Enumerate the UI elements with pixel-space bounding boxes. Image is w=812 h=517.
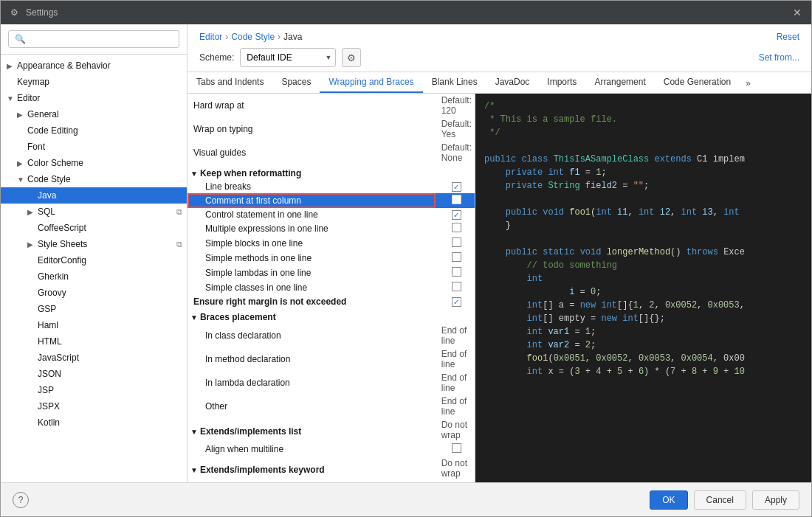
- table-row: Wrap on typing Default: Yes: [187, 117, 475, 141]
- expand-icon: ▶: [27, 208, 38, 216]
- setting-label: Multiple expressions in one line: [187, 221, 436, 236]
- multiple-expr-checkbox[interactable]: [452, 223, 461, 232]
- collapse-icon: ▼: [190, 170, 198, 178]
- sidebar-item-html[interactable]: HTML: [1, 333, 187, 350]
- table-row: Line breaks: [187, 180, 475, 193]
- control-stmt-checkbox[interactable]: [452, 210, 461, 220]
- align-multiline-extends-checkbox[interactable]: [452, 443, 461, 453]
- code-line: public static void longerMethod() throws…: [484, 246, 802, 259]
- sidebar-item-code-style[interactable]: ▼ Code Style: [1, 171, 187, 187]
- sidebar-item-editor[interactable]: ▼ Editor: [1, 90, 187, 106]
- section-header: ▼Keep when reformatting: [187, 164, 475, 180]
- breadcrumb-editor[interactable]: Editor: [199, 32, 222, 42]
- simple-lambdas-checkbox[interactable]: [452, 267, 461, 277]
- simple-blocks-checkbox[interactable]: [452, 237, 461, 247]
- sidebar-item-color-scheme[interactable]: ▶ Color Scheme: [1, 155, 187, 171]
- bottom-left: ?: [13, 492, 29, 508]
- search-box: [1, 24, 187, 55]
- table-row: ▼Keep when reformatting: [187, 164, 475, 180]
- tab-spaces[interactable]: Spaces: [272, 72, 320, 93]
- breadcrumb-code-style[interactable]: Code Style: [231, 32, 275, 42]
- table-row: ▼Extends/implements keyword Do not wrap: [187, 457, 475, 480]
- setting-label: Line breaks: [187, 180, 436, 193]
- setting-label: In class declaration: [187, 324, 436, 347]
- table-row: In class declaration End of line: [187, 324, 475, 347]
- ok-button[interactable]: OK: [650, 490, 687, 510]
- table-row-highlighted: Comment at first column: [187, 193, 475, 208]
- gear-button[interactable]: ⚙: [342, 48, 361, 67]
- table-row: Visual guides Default: None: [187, 141, 475, 164]
- copy-icon: ⧉: [176, 207, 182, 217]
- line-breaks-checkbox[interactable]: [452, 182, 461, 192]
- code-line: * This is a sample file.: [484, 113, 802, 126]
- sidebar-item-appearance[interactable]: ▶ Appearance & Behavior: [1, 58, 187, 74]
- tab-code-generation[interactable]: Code Generation: [655, 72, 740, 93]
- help-button[interactable]: ?: [13, 492, 29, 508]
- setting-value: End of line: [436, 347, 475, 371]
- sidebar-item-sql[interactable]: ▶ SQL ⧉: [1, 204, 187, 220]
- ensure-margin-checkbox[interactable]: [452, 297, 461, 307]
- simple-methods-checkbox[interactable]: [452, 252, 461, 262]
- sidebar-item-label: Java: [38, 190, 56, 201]
- sidebar-item-java[interactable]: Java: [1, 187, 187, 204]
- sidebar-item-label: HTML: [38, 336, 62, 347]
- code-line: // todo something: [484, 259, 802, 272]
- sidebar-item-editorconfig[interactable]: EditorConfig: [1, 252, 187, 268]
- sidebar-item-font[interactable]: Font: [1, 139, 187, 155]
- close-button[interactable]: ✕: [791, 6, 804, 19]
- setting-label: Ensure right margin is not exceeded: [187, 295, 436, 308]
- setting-label: In lambda declaration: [187, 371, 436, 395]
- tab-more-button[interactable]: »: [740, 74, 757, 93]
- sidebar-item-gsp[interactable]: GSP: [1, 301, 187, 317]
- simple-classes-checkbox[interactable]: [452, 282, 461, 291]
- setting-label: Simple methods in one line: [187, 251, 436, 266]
- sidebar-item-code-editing[interactable]: Code Editing: [1, 122, 187, 139]
- sidebar-item-javascript[interactable]: JavaScript: [1, 350, 187, 366]
- apply-button[interactable]: Apply: [752, 490, 799, 510]
- tab-blank-lines[interactable]: Blank Lines: [423, 72, 486, 93]
- code-line: int[] empty = new int[]{};: [484, 312, 802, 325]
- title-bar: ⚙ Settings ✕: [1, 1, 811, 24]
- tab-javadoc[interactable]: JavaDoc: [486, 72, 539, 93]
- sidebar-item-jsp[interactable]: JSP: [1, 382, 187, 398]
- tab-tabs-and-indents[interactable]: Tabs and Indents: [187, 72, 272, 93]
- table-row: Ensure right margin is not exceeded: [187, 295, 475, 308]
- setting-value: End of line: [436, 371, 475, 395]
- reset-link[interactable]: Reset: [777, 32, 799, 42]
- scheme-label: Scheme:: [199, 52, 234, 63]
- code-line: private int f1 = 1;: [484, 166, 802, 179]
- table-row: In lambda declaration End of line: [187, 371, 475, 395]
- sidebar-item-groovy[interactable]: Groovy: [1, 285, 187, 301]
- sidebar-item-label: General: [27, 109, 59, 119]
- tab-imports[interactable]: Imports: [538, 72, 585, 93]
- sidebar-item-general[interactable]: ▶ General: [1, 106, 187, 122]
- setting-label: Simple blocks in one line: [187, 236, 436, 251]
- sidebar-item-label: EditorConfig: [38, 255, 86, 266]
- sidebar-item-label: Gherkin: [38, 271, 69, 282]
- expand-icon: ▶: [17, 111, 27, 119]
- code-line: int[] a = new int[]{1, 2, 0x0052, 0x0053…: [484, 299, 802, 312]
- sidebar-item-keymap[interactable]: Keymap: [1, 74, 187, 90]
- search-input[interactable]: [8, 30, 179, 48]
- set-from-link[interactable]: Set from...: [759, 52, 799, 63]
- collapse-icon: ▼: [190, 428, 198, 436]
- sidebar-item-gherkin[interactable]: Gherkin: [1, 268, 187, 285]
- tab-wrapping-and-braces[interactable]: Wrapping and Braces: [320, 72, 422, 93]
- code-line: /*: [484, 100, 802, 113]
- sidebar-item-json[interactable]: JSON: [1, 366, 187, 382]
- tab-arrangement[interactable]: Arrangement: [585, 72, 654, 93]
- sidebar-item-haml[interactable]: Haml: [1, 317, 187, 333]
- scheme-select[interactable]: Default IDE: [240, 48, 336, 67]
- code-line: }: [484, 219, 802, 232]
- table-row: Simple classes in one line: [187, 280, 475, 295]
- collapse-icon: ▼: [190, 466, 198, 474]
- settings-pane: Hard wrap at Default: 120 Wrap on typing…: [187, 94, 475, 482]
- sidebar-item-style-sheets[interactable]: ▶ Style Sheets ⧉: [1, 236, 187, 252]
- setting-label: Simple classes in one line: [187, 280, 436, 295]
- scheme-dropdown[interactable]: Default IDE: [240, 48, 336, 67]
- comment-first-col-checkbox[interactable]: [452, 195, 461, 204]
- cancel-button[interactable]: Cancel: [694, 490, 746, 510]
- sidebar-item-jspx[interactable]: JSPX: [1, 398, 187, 414]
- sidebar-item-kotlin[interactable]: Kotlin: [1, 414, 187, 431]
- sidebar-item-coffeescript[interactable]: CoffeeScript: [1, 220, 187, 236]
